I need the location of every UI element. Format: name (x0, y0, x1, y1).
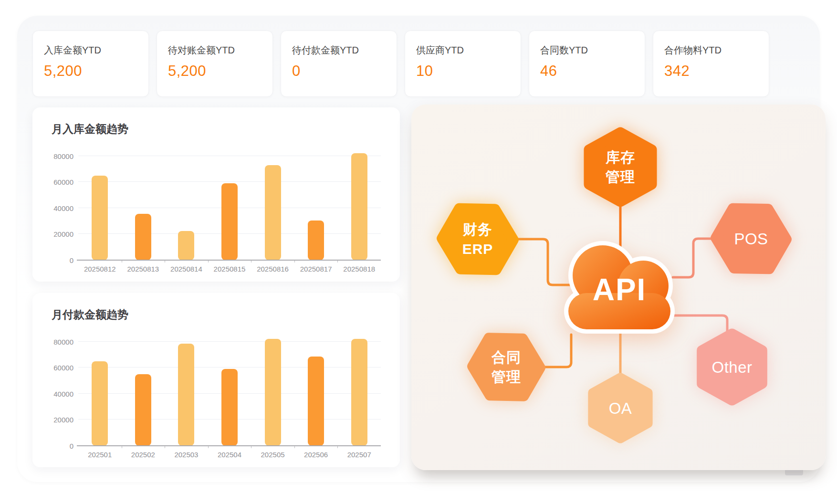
x-axis-tick-label: 202502 (122, 451, 165, 459)
kpi-card: 供应商YTD 10 (405, 31, 521, 97)
api-integration-panel: 库存管理 财务ERP POS 合同管理 OA Other (411, 105, 826, 470)
bar-202506[interactable] (308, 357, 324, 446)
bar-20250812[interactable] (92, 176, 108, 260)
bar-202501[interactable] (92, 361, 108, 446)
node-finance-erp: 财务ERP (437, 198, 519, 280)
y-axis-tick-label: 60000 (53, 364, 73, 372)
x-axis-tick-label: 20250814 (165, 265, 208, 273)
x-axis-line (77, 445, 381, 446)
x-axis-tick-label: 202507 (337, 451, 381, 459)
kpi-card: 入库金额YTD 5,200 (32, 31, 149, 97)
bar-202507[interactable] (351, 339, 367, 446)
kpi-label: 待对账金额YTD (168, 44, 272, 57)
node-label: OA (609, 399, 632, 418)
y-axis-tick-label: 40000 (53, 389, 73, 398)
node-contract-management: 合同管理 (467, 328, 545, 406)
bar-202505[interactable] (265, 339, 281, 446)
kpi-value: 342 (664, 63, 769, 80)
x-axis-tick-label: 202505 (251, 451, 294, 459)
node-label: POS (734, 229, 768, 249)
x-axis-tick-label: 202504 (208, 451, 251, 459)
y-axis-tick-label: 60000 (53, 178, 73, 186)
x-axis-tick-label: 20250817 (294, 265, 338, 273)
node-label: 财务ERP (462, 220, 493, 259)
kpi-label: 入库金额YTD (44, 44, 148, 57)
kpi-card: 合同数YTD 46 (529, 31, 645, 97)
x-axis-tick-label: 20250815 (208, 265, 251, 273)
kpi-card: 合作物料YTD 342 (653, 31, 769, 97)
kpi-label: 供应商YTD (416, 44, 521, 57)
gridline (78, 341, 381, 342)
chart-title: 月入库金额趋势 (52, 122, 128, 136)
kpi-card: 待付款金额YTD 0 (281, 31, 397, 97)
bar-202503[interactable] (178, 344, 194, 446)
x-axis-tick-label: 202501 (78, 451, 122, 459)
y-axis-tick-label: 0 (70, 256, 73, 264)
kpi-row: 入库金额YTD 5,200 待对账金额YTD 5,200 待付款金额YTD 0 … (32, 31, 770, 97)
node-inventory-management: 库存管理 (579, 126, 661, 208)
bar-20250817[interactable] (308, 220, 324, 260)
kpi-card: 待对账金额YTD 5,200 (157, 31, 273, 97)
kpi-value: 5,200 (44, 63, 148, 80)
x-axis-tick-label: 20250816 (251, 265, 294, 273)
api-cloud: API (557, 228, 681, 338)
x-axis-tick-label: 20250813 (122, 265, 165, 273)
bar-202504[interactable] (221, 369, 238, 446)
inbound-trend-chart-card: 月入库金额趋势 02000040000600008000020250812202… (32, 107, 400, 282)
dashboard-page: 入库金额YTD 5,200 待对账金额YTD 5,200 待付款金额YTD 0 … (0, 0, 837, 504)
bar-20250818[interactable] (351, 153, 367, 260)
payment-trend-chart-card: 月付款金额趋势 02000040000600008000020250120250… (32, 293, 400, 467)
node-label: 合同管理 (492, 347, 521, 387)
x-axis-tick-label: 202503 (165, 451, 208, 459)
gridline (78, 367, 381, 368)
bar-chart-plot: 0200004000060000800002025081220250813202… (78, 146, 381, 260)
kpi-label: 合作物料YTD (664, 44, 769, 57)
node-label: 库存管理 (606, 147, 635, 187)
bar-20250815[interactable] (221, 183, 238, 260)
bar-20250813[interactable] (135, 214, 151, 260)
kpi-value: 0 (292, 63, 397, 80)
api-label: API (557, 272, 681, 307)
y-axis-tick-label: 40000 (53, 204, 73, 212)
x-axis-line (77, 260, 381, 261)
kpi-label: 待付款金额YTD (292, 44, 397, 57)
y-axis-tick-label: 20000 (53, 416, 73, 424)
kpi-label: 合同数YTD (540, 44, 645, 57)
node-other: Other (692, 327, 772, 407)
y-axis-tick-label: 0 (70, 442, 73, 450)
node-pos: POS (711, 198, 792, 279)
bar-20250816[interactable] (265, 165, 281, 260)
node-oa: OA (584, 372, 657, 444)
x-axis-tick-label: 20250812 (78, 265, 122, 273)
y-axis-tick-label: 80000 (53, 337, 73, 346)
y-axis-tick-label: 20000 (53, 230, 73, 238)
gridline (78, 156, 381, 156)
bar-chart-plot: 0200004000060000800002025012025022025032… (78, 331, 381, 446)
chart-title: 月付款金额趋势 (52, 307, 128, 322)
node-label: Other (711, 357, 752, 377)
x-axis-tick-label: 20250818 (337, 265, 381, 273)
y-axis-tick-label: 80000 (53, 152, 73, 160)
bar-20250814[interactable] (178, 231, 194, 260)
kpi-value: 10 (416, 63, 521, 80)
kpi-value: 46 (540, 63, 645, 80)
bar-202502[interactable] (135, 374, 151, 446)
x-axis-tick-label: 202506 (294, 451, 338, 459)
gridline (78, 181, 381, 182)
kpi-value: 5,200 (168, 63, 272, 80)
